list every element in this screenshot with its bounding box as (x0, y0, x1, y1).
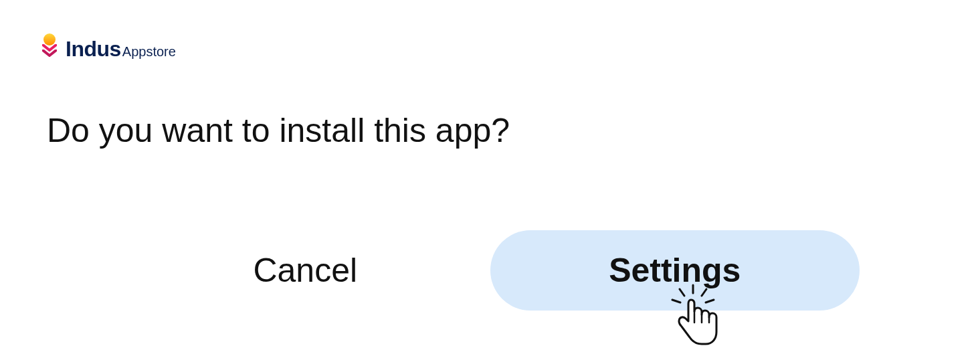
dialog-prompt: Do you want to install this app? (40, 111, 940, 150)
logo-brand-primary: Indus (66, 37, 121, 62)
app-logo: Indus Appstore (40, 33, 940, 64)
settings-button[interactable]: Settings (490, 230, 860, 311)
svg-line-3 (672, 300, 680, 302)
cancel-button[interactable]: Cancel (120, 230, 490, 311)
svg-line-4 (706, 300, 714, 302)
tap-pointer-icon (663, 284, 723, 348)
cancel-button-label: Cancel (253, 251, 357, 290)
svg-line-2 (702, 289, 706, 296)
logo-brand-secondary: Appstore (122, 44, 176, 60)
logo-text: Indus Appstore (66, 37, 176, 62)
svg-line-1 (680, 289, 684, 296)
indus-logo-icon (40, 33, 59, 64)
dialog-buttons: Cancel Settings (40, 230, 940, 311)
install-dialog: Indus Appstore Do you want to install th… (0, 0, 980, 348)
